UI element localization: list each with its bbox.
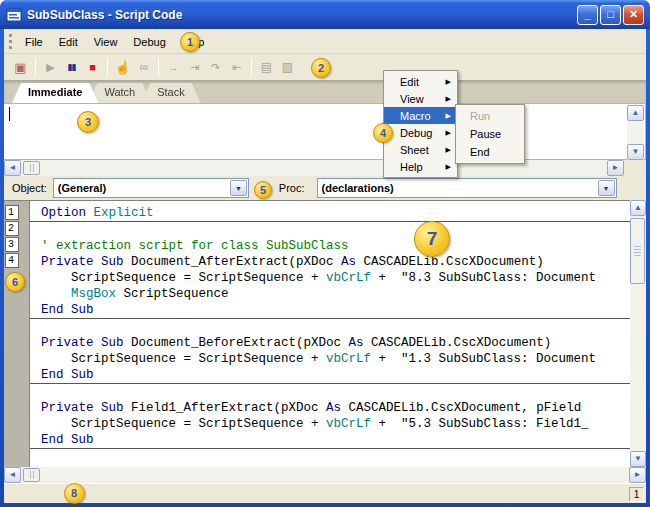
ctx-debug[interactable]: Debug▶ <box>384 124 457 141</box>
immediate-pane[interactable]: ▲ ▼ ◄ ► <box>4 103 646 176</box>
proc-dropdown-value: (declarations) <box>322 182 597 194</box>
step-out-icon[interactable] <box>226 57 247 77</box>
code-line[interactable]: ' extraction script for class SubSubClas… <box>4 238 630 254</box>
scrollbar-thumb[interactable] <box>630 218 645 284</box>
hand-icon[interactable] <box>112 57 133 77</box>
code-token: Sub <box>101 401 124 415</box>
code-margin[interactable]: 1234 <box>4 201 30 467</box>
macro-icon[interactable] <box>10 57 31 77</box>
submenu-arrow-icon: ▶ <box>446 112 451 120</box>
sub-run[interactable]: Run <box>456 107 524 125</box>
object-label: Object: <box>12 182 47 194</box>
menu-file[interactable]: File <box>17 33 51 51</box>
tab-stack[interactable]: Stack <box>141 83 201 103</box>
submenu-arrow-icon: ▶ <box>446 95 451 103</box>
scroll-left-icon[interactable]: ◄ <box>4 467 21 483</box>
menu-item-label: Macro <box>400 110 446 122</box>
scroll-up-icon[interactable]: ▲ <box>630 200 646 216</box>
scroll-down-icon[interactable]: ▼ <box>627 144 644 160</box>
code-line[interactable]: End Sub <box>4 367 630 383</box>
code-line[interactable]: End Sub <box>4 432 630 448</box>
menu-view[interactable]: View <box>86 33 126 51</box>
chevron-down-icon[interactable]: ▼ <box>598 180 615 196</box>
toolbar-separator <box>107 58 108 76</box>
code-line[interactable]: Option Explicit <box>4 205 630 221</box>
watch-icon[interactable] <box>133 57 154 77</box>
ctx-help[interactable]: Help▶ <box>384 158 457 175</box>
object-dropdown[interactable]: (General) ▼ <box>53 178 249 198</box>
code-token: ScriptSequence <box>116 287 229 301</box>
code-horizontal-scrollbar[interactable]: ◄ ► <box>4 467 646 483</box>
ctx-edit[interactable]: Edit▶ <box>384 73 457 90</box>
text-caret <box>9 107 10 121</box>
ctx-sheet[interactable]: Sheet▶ <box>384 141 457 158</box>
callout-badge-1: 1 <box>180 32 200 52</box>
stop-icon[interactable] <box>82 57 103 77</box>
code-token: MsgBox <box>71 287 116 301</box>
scroll-right-icon[interactable]: ► <box>607 160 624 176</box>
step-over-icon[interactable] <box>205 57 226 77</box>
callout-badge-3: 3 <box>77 111 99 133</box>
menu-debug[interactable]: Debug <box>125 33 173 51</box>
code-line[interactable]: End Sub <box>4 302 630 318</box>
maximize-button[interactable]: □ <box>600 5 621 25</box>
code-line[interactable]: Private Sub Field1_AfterExtract(pXDoc As… <box>4 400 630 416</box>
ctx-view[interactable]: View▶ <box>384 90 457 107</box>
menubar-grip-icon[interactable] <box>9 34 12 49</box>
code-token <box>94 401 102 415</box>
code-token: + "1.3 SubSubClass: Document <box>371 352 596 366</box>
margin-line-box[interactable]: 1 <box>5 205 19 220</box>
margin-line-box[interactable]: 2 <box>5 221 19 236</box>
code-editor[interactable]: Option Explicit' extraction script for c… <box>4 200 630 467</box>
code-line[interactable] <box>4 449 630 465</box>
immediate-editor[interactable]: ▲ ▼ <box>4 103 646 160</box>
code-vertical-scrollbar[interactable]: ▲ ▼ <box>630 200 646 467</box>
close-button[interactable]: ✕ <box>623 5 644 25</box>
code-line[interactable] <box>4 222 630 238</box>
immediate-horizontal-scrollbar[interactable]: ◄ ► <box>4 160 624 176</box>
code-token: End Sub <box>41 433 94 447</box>
immediate-vertical-scrollbar[interactable]: ▲ ▼ <box>627 105 644 160</box>
chevron-down-icon[interactable]: ▼ <box>230 180 247 196</box>
menu-item-label: Help <box>400 161 446 173</box>
sub-pause[interactable]: Pause <box>456 125 524 143</box>
ctx-macro[interactable]: Macro▶ <box>384 107 457 124</box>
menu-edit[interactable]: Edit <box>51 33 86 51</box>
scroll-down-icon[interactable]: ▼ <box>630 451 646 467</box>
step-into-icon[interactable] <box>184 57 205 77</box>
step-icon[interactable] <box>163 57 184 77</box>
sub-end[interactable]: End <box>456 143 524 161</box>
run-icon[interactable] <box>40 57 61 77</box>
minimize-button[interactable]: _ <box>577 5 598 25</box>
tab-immediate[interactable]: Immediate <box>12 83 98 103</box>
title-bar[interactable]: SubSubClass - Script Code _ □ ✕ <box>0 0 650 29</box>
tab-watch[interactable]: Watch <box>88 83 151 103</box>
context-menu: Edit▶View▶Macro▶Debug▶Sheet▶Help▶ <box>383 70 458 178</box>
dialogs-icon[interactable] <box>256 57 277 77</box>
code-token: + "5.3 SubSubClass: Field1_ <box>371 417 589 431</box>
code-line[interactable] <box>4 319 630 335</box>
scroll-right-icon[interactable]: ► <box>629 467 646 483</box>
code-token: Document_AfterExtract(pXDoc <box>124 255 342 269</box>
code-line[interactable]: Private Sub Document_AfterExtract(pXDoc … <box>4 254 630 270</box>
properties-icon[interactable] <box>277 57 298 77</box>
scroll-left-icon[interactable]: ◄ <box>4 160 21 176</box>
callout-badge-8: 8 <box>64 483 85 504</box>
code-token: Private <box>41 255 94 269</box>
code-line[interactable]: ScriptSequence = ScriptSequence + vbCrLf… <box>4 416 630 432</box>
code-line[interactable]: MsgBox ScriptSequence <box>4 286 630 302</box>
scroll-up-icon[interactable]: ▲ <box>627 105 644 121</box>
code-line[interactable] <box>4 384 630 400</box>
code-line[interactable]: Private Sub Document_BeforeExtract(pXDoc… <box>4 335 630 351</box>
code-line[interactable]: ScriptSequence = ScriptSequence + vbCrLf… <box>4 351 630 367</box>
toolbar-separator <box>158 58 159 76</box>
margin-line-box[interactable]: 3 <box>5 237 19 252</box>
pause-icon[interactable] <box>61 57 82 77</box>
margin-line-box[interactable]: 4 <box>5 253 19 268</box>
menu-item-label: Debug <box>400 127 446 139</box>
code-line[interactable]: ScriptSequence = ScriptSequence + vbCrLf… <box>4 270 630 286</box>
scrollbar-thumb[interactable] <box>23 468 40 482</box>
callout-badge-2: 2 <box>311 58 331 78</box>
proc-dropdown[interactable]: (declarations) ▼ <box>317 178 617 198</box>
scrollbar-thumb[interactable] <box>23 161 40 175</box>
